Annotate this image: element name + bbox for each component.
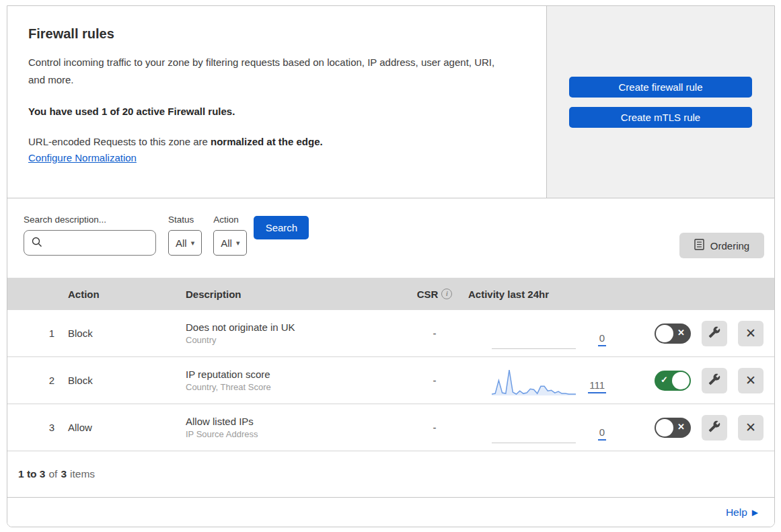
table-header: Action Description CSR i Activity last 2… [7, 278, 774, 310]
help-link[interactable]: Help [726, 506, 747, 519]
pagination-of: of [48, 468, 57, 480]
status-filter-label: Status [168, 215, 202, 225]
search-input[interactable] [24, 230, 156, 256]
firewall-rules-panel: Firewall rules Control incoming traffic … [7, 5, 775, 527]
chevron-down-icon: ▾ [236, 239, 240, 247]
rule-action: Block [68, 375, 186, 386]
table-row: 1 Block Does not originate in UK Country… [7, 310, 774, 357]
rule-priority: 3 [7, 422, 68, 433]
activity-sparkline [492, 416, 576, 443]
rule-action: Allow [68, 422, 186, 433]
activity-count-link[interactable]: 111 [588, 379, 606, 393]
overview-description: Control incoming traffic to your zone by… [28, 54, 499, 89]
x-icon: ✕ [677, 328, 685, 338]
ordering-button-label: Ordering [710, 240, 749, 252]
delete-rule-button[interactable]: ✕ [738, 321, 764, 346]
rule-priority: 2 [7, 375, 68, 386]
column-action: Action [68, 289, 186, 300]
rule-criteria: Country [186, 335, 401, 345]
usage-summary: You have used 1 of 20 active Firewall ru… [28, 106, 499, 117]
column-activity: Activity last 24hr [468, 289, 613, 300]
filter-bar: Search description... Status All ▾ Actio… [7, 198, 774, 278]
pagination-range: 1 to 3 [18, 468, 45, 480]
column-csr: CSR i [401, 289, 468, 300]
table-row: 2 Block IP reputation score Country, Thr… [7, 357, 774, 404]
activity-count-link[interactable]: 0 [598, 332, 606, 346]
rule-csr-value: - [401, 328, 468, 339]
wrench-icon [708, 420, 720, 434]
activity-sparkline [492, 367, 576, 396]
x-icon: ✕ [677, 422, 685, 432]
pagination-items: items [70, 468, 95, 480]
ordering-button[interactable]: Ordering [679, 233, 764, 258]
action-dropdown-value: All [221, 237, 232, 249]
rule-criteria: IP Source Address [186, 429, 401, 439]
create-firewall-rule-button[interactable]: Create firewall rule [569, 77, 752, 98]
rule-csr-value: - [401, 422, 468, 433]
toggle-knob [672, 372, 690, 389]
normalization-note: URL-encoded Requests to this zone are no… [28, 136, 499, 147]
rule-enabled-toggle[interactable]: ✓ ✕ [655, 324, 691, 344]
status-dropdown-value: All [176, 237, 187, 249]
column-csr-label: CSR [417, 289, 439, 300]
ordering-icon [694, 239, 704, 252]
close-icon: ✕ [745, 373, 756, 388]
wrench-icon [708, 373, 720, 387]
rule-description: Does not originate in UK [186, 321, 401, 333]
chevron-down-icon: ▾ [191, 239, 195, 247]
status-dropdown[interactable]: All ▾ [168, 230, 202, 256]
actions-panel: Create firewall rule Create mTLS rule [547, 6, 774, 198]
configure-normalization-link[interactable]: Configure Normalization [28, 152, 137, 163]
rule-action: Block [68, 328, 186, 339]
table-row: 3 Allow Allow listed IPs IP Source Addre… [7, 404, 774, 451]
page-title: Firewall rules [28, 26, 499, 42]
rule-priority: 1 [7, 328, 68, 339]
delete-rule-button[interactable]: ✕ [738, 415, 764, 441]
overview-section: Firewall rules Control incoming traffic … [7, 6, 774, 198]
search-button[interactable]: Search [254, 216, 309, 239]
action-dropdown[interactable]: All ▾ [213, 230, 247, 256]
column-description: Description [186, 289, 401, 300]
rule-description: IP reputation score [186, 369, 401, 380]
edit-rule-button[interactable] [702, 321, 727, 346]
rule-csr-value: - [401, 375, 468, 386]
search-icon [32, 237, 42, 250]
edit-rule-button[interactable] [702, 415, 727, 441]
check-icon: ✓ [661, 375, 668, 385]
create-mtls-rule-button[interactable]: Create mTLS rule [569, 107, 752, 128]
rule-description: Allow listed IPs [186, 416, 401, 427]
toggle-knob [656, 419, 673, 436]
toggle-knob [656, 325, 673, 342]
edit-rule-button[interactable] [702, 368, 727, 393]
activity-count-link[interactable]: 0 [598, 426, 606, 441]
info-icon[interactable]: i [441, 289, 452, 299]
rule-enabled-toggle[interactable]: ✓ ✕ [655, 418, 691, 438]
close-icon: ✕ [745, 420, 756, 435]
delete-rule-button[interactable]: ✕ [738, 368, 764, 393]
rule-criteria: Country, Threat Score [186, 382, 401, 392]
help-footer: Help ▶ [7, 498, 774, 527]
arrow-right-icon: ▶ [752, 508, 758, 517]
normalization-bold: normalized at the edge. [211, 136, 323, 147]
pagination-bar: 1 to 3 of 3 items [7, 451, 774, 498]
close-icon: ✕ [745, 326, 756, 341]
wrench-icon [708, 326, 720, 340]
pagination-total: 3 [61, 468, 67, 480]
search-label: Search description... [24, 215, 156, 225]
activity-sparkline [492, 322, 576, 349]
rule-enabled-toggle[interactable]: ✓ ✕ [655, 371, 691, 391]
overview-card: Firewall rules Control incoming traffic … [7, 6, 547, 198]
normalization-prefix: URL-encoded Requests to this zone are [28, 136, 211, 147]
action-filter-label: Action [213, 215, 247, 225]
